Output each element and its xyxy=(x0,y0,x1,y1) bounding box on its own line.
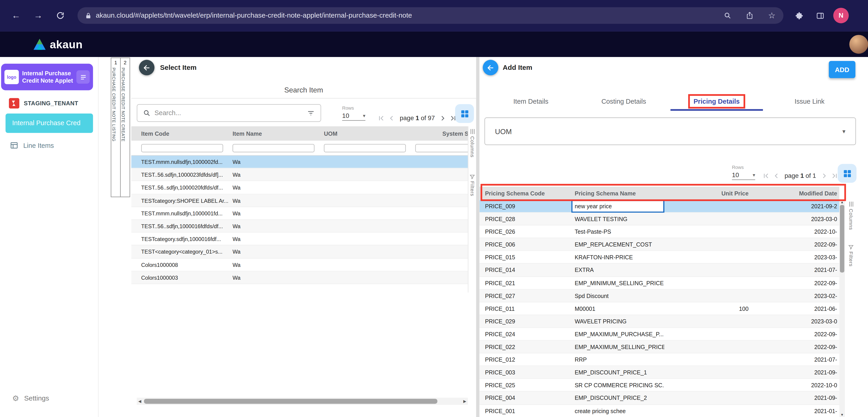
tenant-selector[interactable]: STAGING_TENANT xyxy=(9,97,78,109)
extensions-puzzle-icon[interactable] xyxy=(793,9,805,22)
search-input[interactable] xyxy=(154,109,303,117)
column-header-uom[interactable]: UOM xyxy=(324,126,337,141)
browser-back-icon[interactable]: ← xyxy=(10,9,22,22)
item-row[interactable]: TESTcategory:SHOPEE LABEL Ar... Wa xyxy=(131,194,468,207)
filters-rail-button[interactable]: Filters xyxy=(468,174,476,197)
pricing-row[interactable]: PRICE_011 M00001 100 2021-06- xyxy=(479,302,839,315)
side-panel-icon[interactable] xyxy=(814,9,826,22)
pricing-row[interactable]: PRICE_014 EXTRA 2021-07- xyxy=(479,264,839,277)
pricing-row[interactable]: PRICE_015 KRAFTON-INR-PRICE 2023-03- xyxy=(479,251,839,264)
item-row[interactable]: Colors1000008 Wa xyxy=(131,259,468,271)
uom-select[interactable]: UOM ▾ xyxy=(485,117,856,145)
column-header-unit-price[interactable]: Unit Price xyxy=(664,187,749,200)
browser-forward-icon[interactable]: → xyxy=(32,9,44,22)
browser-reload-icon[interactable] xyxy=(54,9,66,22)
user-avatar[interactable] xyxy=(849,35,868,54)
item-row[interactable]: TEST..56.sdfjn,1000023fdfds/df]... Wa xyxy=(131,169,468,181)
pricing-row[interactable]: PRICE_006 EMP_REPLACEMENT_COST 2022-09- xyxy=(479,238,839,251)
find-in-page-icon[interactable] xyxy=(721,9,734,22)
step-tab-listing[interactable]: 1 PURCHASE CREDIT NOTE LISTING xyxy=(111,58,121,197)
prev-page-button[interactable] xyxy=(772,172,781,180)
grid-view-button[interactable] xyxy=(455,104,474,123)
modified-date-cell: 2022-10- xyxy=(751,226,837,238)
filter-input-item-name[interactable] xyxy=(232,144,314,152)
main-area: logo Internal Purchase Credit Note Apple… xyxy=(0,57,868,417)
pricing-row[interactable]: PRICE_029 WAVELET PRICING 2023-03-0 xyxy=(479,315,839,328)
scroll-right-icon[interactable]: ▶ xyxy=(462,398,468,405)
next-page-button[interactable] xyxy=(439,114,447,122)
pricing-schema-name-cell: KRAFTON-INR-PRICE xyxy=(571,251,664,264)
applet-switcher-button[interactable]: logo Internal Purchase Credit Note Apple… xyxy=(1,64,93,90)
pricing-row[interactable]: PRICE_004 EMP_DISCOUNT_PRICE_2 2021-09- xyxy=(479,392,839,405)
akaun-logo[interactable]: akaun xyxy=(33,32,83,57)
tab[interactable]: Pricing Details xyxy=(670,91,763,111)
pricing-row[interactable]: PRICE_021 EMP_MINIMUM_SELLING_PRICE 2022… xyxy=(479,277,839,290)
add-button[interactable]: ADD xyxy=(829,61,856,78)
item-row[interactable]: TEST..56..sdfjn,1000020fdfds/df... Wa xyxy=(131,181,468,194)
column-header-item-code[interactable]: Item Code xyxy=(141,126,169,141)
pricing-row[interactable]: PRICE_009 new year price 2021-09-2 xyxy=(479,200,839,213)
pricing-row[interactable]: PRICE_027 Spd Discount 2023-02- xyxy=(479,290,839,302)
pricing-row[interactable]: PRICE_003 EMP_DISCOUNT_PRICE_1 2021-09- xyxy=(479,366,839,379)
tab[interactable]: Costing Details xyxy=(577,91,670,111)
back-button[interactable] xyxy=(483,60,498,75)
column-header-pricing-schema-name[interactable]: Pricing Schema Name xyxy=(575,187,636,200)
item-row[interactable]: TEST..56..sdfjn,1000016fdfds/df... Wa xyxy=(131,220,468,233)
unit-price-cell: 100 xyxy=(664,302,749,315)
pricing-row[interactable]: PRICE_001 create pricing schee 2021-01- xyxy=(479,405,839,417)
pricing-row[interactable]: PRICE_012 RRP 2021-07- xyxy=(479,353,839,366)
prev-page-button[interactable] xyxy=(388,114,396,122)
modified-date-cell: 2021-07- xyxy=(751,264,837,277)
filter-input-uom[interactable] xyxy=(324,144,406,152)
pricing-row[interactable]: PRICE_022 EMP_MAXIMUM_SELLING_PRICE 2022… xyxy=(479,340,839,353)
horizontal-scrollbar-thumb[interactable] xyxy=(144,399,437,404)
next-page-button[interactable] xyxy=(820,172,828,180)
modified-date-cell: 2021-09-2 xyxy=(751,200,837,213)
back-button[interactable] xyxy=(139,60,154,75)
columns-rail-button[interactable]: Columns xyxy=(468,128,476,157)
browser-profile-avatar[interactable]: N xyxy=(833,8,849,23)
first-page-button[interactable] xyxy=(377,114,385,122)
column-header-system-status[interactable]: System St xyxy=(442,126,468,141)
sidebar-item-settings[interactable]: ⚙ Settings xyxy=(12,394,49,403)
item-row[interactable]: TEST.mmm.nullsdfjn,1000001fd... Wa xyxy=(131,207,468,220)
item-row[interactable]: TEST<category<category_01>s... Wa xyxy=(131,245,468,259)
browser-url-bar[interactable]: akaun.cloud/#/applets/tnt/wavelet/erp/in… xyxy=(78,7,783,24)
pricing-row[interactable]: PRICE_028 WAVELET TESTING 2023-03-0 xyxy=(479,213,839,226)
step-tab-create[interactable]: 2 PURCHASE CREDIT NOTE CREATE xyxy=(120,58,130,197)
tab[interactable]: Issue Link xyxy=(763,91,856,111)
filter-input-system-status[interactable] xyxy=(415,144,468,152)
share-icon[interactable] xyxy=(744,9,756,22)
filter-list-icon[interactable] xyxy=(307,109,315,117)
item-name-cell: Wa xyxy=(232,194,320,207)
pricing-row[interactable]: PRICE_026 Test-Paste-PS 2022-10- xyxy=(479,226,839,238)
filters-rail-button[interactable]: Filters xyxy=(846,244,856,267)
columns-icon xyxy=(848,201,854,207)
modified-date-cell: 2021-06- xyxy=(751,302,837,315)
column-header-item-name[interactable]: Item Name xyxy=(232,126,262,141)
bookmark-star-icon[interactable]: ☆ xyxy=(766,9,778,22)
rows-per-page-select[interactable]: Rows 10 ▾ xyxy=(732,165,755,180)
module-button[interactable]: Internal Purchase Cred xyxy=(5,114,93,133)
column-header-pricing-schema-code[interactable]: Pricing Schema Code xyxy=(485,187,545,200)
tab[interactable]: Item Details xyxy=(485,91,578,111)
scroll-down-icon[interactable]: ▼ xyxy=(839,413,845,417)
column-header-modified-date[interactable]: Modified Date xyxy=(751,187,837,200)
first-page-button[interactable] xyxy=(762,172,770,180)
pricing-row[interactable]: PRICE_025 SR CP COMMERCE PRICING SC... 2… xyxy=(479,379,839,392)
rows-per-page-select[interactable]: Rows 10 ▾ xyxy=(342,105,366,121)
item-row[interactable]: TESTcategory.sdfjn,1000016fdf... Wa xyxy=(131,233,468,245)
sidebar-item-line-items[interactable]: Line Items xyxy=(10,141,54,149)
columns-rail-button[interactable]: Columns xyxy=(846,201,856,230)
filter-input-item-code[interactable] xyxy=(141,144,223,152)
menu-hamburger-icon[interactable] xyxy=(76,70,90,84)
vertical-scrollbar-thumb[interactable] xyxy=(840,205,844,272)
pricing-schema-code-cell: PRICE_009 xyxy=(482,200,571,213)
scroll-up-icon[interactable]: ▲ xyxy=(839,201,845,204)
item-row[interactable]: TEST.mmm.nullsdfjn,1000002fd... Wa xyxy=(131,156,468,169)
item-row[interactable]: Colors1000003 Wa xyxy=(131,271,468,284)
search-item-tab: Search Item xyxy=(131,82,476,99)
scroll-left-icon[interactable]: ◀ xyxy=(137,398,143,405)
grid-view-button[interactable] xyxy=(838,164,856,183)
pricing-row[interactable]: PRICE_024 EMP_MAXIMUM_PURCHASE_P... 2022… xyxy=(479,328,839,340)
